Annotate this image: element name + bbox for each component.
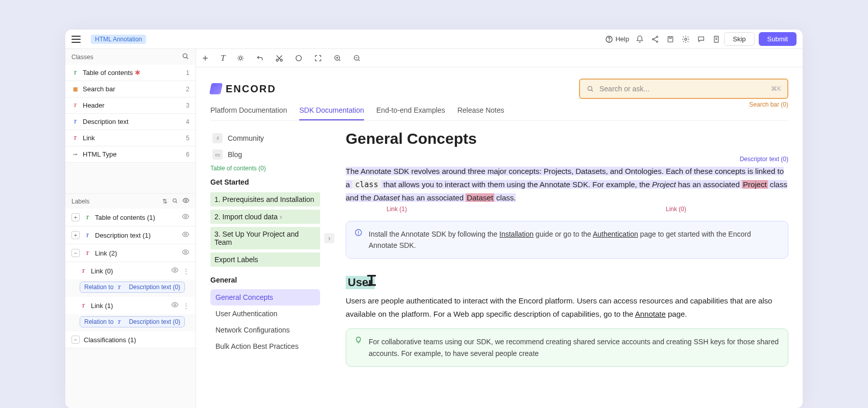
classes-header: Classes: [65, 49, 196, 65]
expand-button[interactable]: +: [71, 231, 80, 239]
expand-button[interactable]: +: [71, 213, 80, 221]
svg-point-8: [183, 54, 187, 58]
more-icon[interactable]: ⋮: [183, 267, 189, 275]
nav-general-item[interactable]: General Concepts: [210, 289, 320, 305]
sort-icon[interactable]: ⇅: [162, 198, 167, 205]
annotation-label-searchbar: Search bar (0): [749, 101, 788, 108]
kbd-hint: ⌘K: [771, 85, 781, 92]
label-sub-item[interactable]: TLink (1)⋮: [65, 297, 196, 314]
class-item[interactable]: TDescription text4: [65, 114, 196, 130]
comment-icon[interactable]: [295, 54, 303, 62]
svg-point-24: [358, 234, 359, 234]
class-item[interactable]: ▦Search bar2: [65, 81, 196, 97]
class-item[interactable]: ⊸HTML Type6: [65, 146, 196, 163]
save-icon[interactable]: [663, 32, 678, 47]
label-item[interactable]: +TDescription text (1): [65, 226, 196, 244]
eye-icon[interactable]: [182, 231, 189, 240]
bell-icon[interactable]: [632, 32, 647, 47]
label-item[interactable]: −Classifications (1): [65, 332, 196, 348]
svg-point-11: [185, 216, 187, 218]
more-icon[interactable]: ⋮: [183, 302, 189, 310]
link-authentication[interactable]: Authentication: [593, 230, 638, 238]
help-icon: [605, 35, 613, 43]
labels-header: Labels ⇅: [65, 193, 196, 209]
nav-general-item[interactable]: Network Configurations: [210, 322, 320, 338]
editor-toolbar: T: [196, 49, 803, 67]
label-item[interactable]: −TLink (2): [65, 244, 196, 262]
toc-item[interactable]: 3. Set Up Your Project and Team›: [210, 227, 320, 249]
eye-icon[interactable]: [171, 301, 179, 310]
eye-icon[interactable]: [171, 266, 179, 275]
skip-button[interactable]: Skip: [724, 32, 754, 46]
eye-icon[interactable]: [182, 248, 189, 258]
class-item[interactable]: TTable of contents✱1: [65, 65, 196, 81]
submit-button[interactable]: Submit: [759, 32, 797, 46]
svg-point-2: [657, 36, 658, 38]
doc-tab[interactable]: SDK Documentation: [299, 106, 364, 120]
chevron-right-icon[interactable]: ›: [324, 233, 334, 243]
gear-icon[interactable]: [678, 32, 693, 47]
expand-button[interactable]: −: [71, 336, 80, 344]
document-view: ENCORD Search or ask... ⌘K Search bar (0…: [196, 67, 803, 408]
nav-general-item[interactable]: User Authentication: [210, 305, 320, 322]
chat-icon[interactable]: [693, 32, 709, 47]
share-icon[interactable]: [647, 32, 663, 47]
toc-item[interactable]: Export Labels: [210, 252, 320, 267]
label-type-icon: T: [80, 302, 87, 309]
doc-tab[interactable]: End-to-end Examples: [376, 106, 445, 120]
link-dataset[interactable]: Dataset: [466, 193, 494, 202]
nav-community[interactable]: ♯Community: [210, 130, 320, 146]
class-item[interactable]: THeader3: [65, 97, 196, 114]
doc-icon[interactable]: [709, 32, 724, 47]
svg-point-17: [276, 59, 278, 61]
toc-item[interactable]: 2. Import cloud data ›: [210, 210, 320, 224]
nav-general-item[interactable]: Bulk Action Best Practices: [210, 338, 320, 354]
toc-item[interactable]: 1. Prerequisites and Installation: [210, 192, 320, 207]
text-icon[interactable]: T: [221, 53, 225, 63]
svg-point-10: [185, 199, 187, 201]
zoom-out-icon[interactable]: [353, 54, 361, 62]
add-icon[interactable]: [201, 54, 209, 62]
sidebar: Classes TTable of contents✱1▦Search bar2…: [65, 49, 196, 408]
search-icon[interactable]: [172, 197, 178, 206]
link-annotate[interactable]: Annotate: [635, 310, 666, 318]
link-project[interactable]: Project: [742, 180, 768, 189]
relation-chip[interactable]: Relation to T Description text (0): [80, 316, 185, 327]
tip-callout: For collaborative teams using our SDK, w…: [346, 328, 788, 367]
svg-point-14: [174, 269, 176, 271]
eye-icon[interactable]: [182, 213, 189, 222]
brightness-icon[interactable]: [236, 54, 245, 62]
annotation-label-descriptor: Descriptor text (0): [346, 156, 788, 163]
logo-mark-icon: [209, 83, 223, 94]
svg-point-3: [653, 38, 654, 40]
cut-icon[interactable]: [275, 54, 283, 62]
doc-tab[interactable]: Release Notes: [457, 106, 504, 120]
eye-icon[interactable]: [182, 197, 189, 206]
zoom-in-icon[interactable]: [333, 54, 342, 62]
toc-get-started[interactable]: Get Started: [210, 175, 320, 189]
svg-point-16: [239, 57, 242, 59]
label-type-icon: T: [84, 214, 91, 221]
svg-point-4: [657, 41, 658, 42]
users-paragraph: Users are people authenticated to intera…: [346, 294, 788, 320]
relation-chip[interactable]: Relation to T Description text (0): [80, 282, 185, 293]
link-installation[interactable]: Installation: [499, 230, 534, 238]
undo-icon[interactable]: [256, 54, 264, 62]
annotation-label-link0: Link (0): [666, 206, 686, 213]
svg-point-9: [173, 198, 177, 202]
svg-point-13: [185, 251, 187, 253]
class-type-icon: T: [71, 118, 79, 125]
nav-general-title: General: [210, 276, 320, 284]
nav-blog[interactable]: ▭Blog: [210, 146, 320, 163]
menu-icon[interactable]: [71, 36, 81, 43]
help-button[interactable]: Help: [605, 35, 629, 43]
expand-button[interactable]: −: [71, 249, 80, 257]
class-item[interactable]: TLink5: [65, 130, 196, 146]
class-type-icon: ▦: [71, 86, 79, 93]
label-sub-item[interactable]: TLink (0)⋮: [65, 262, 196, 279]
search-icon[interactable]: [181, 52, 189, 62]
search-input[interactable]: Search or ask... ⌘K: [579, 79, 788, 99]
expand-icon[interactable]: [314, 54, 322, 62]
doc-tab[interactable]: Platform Documentation: [210, 106, 287, 120]
label-item[interactable]: +TTable of contents (1): [65, 209, 196, 226]
